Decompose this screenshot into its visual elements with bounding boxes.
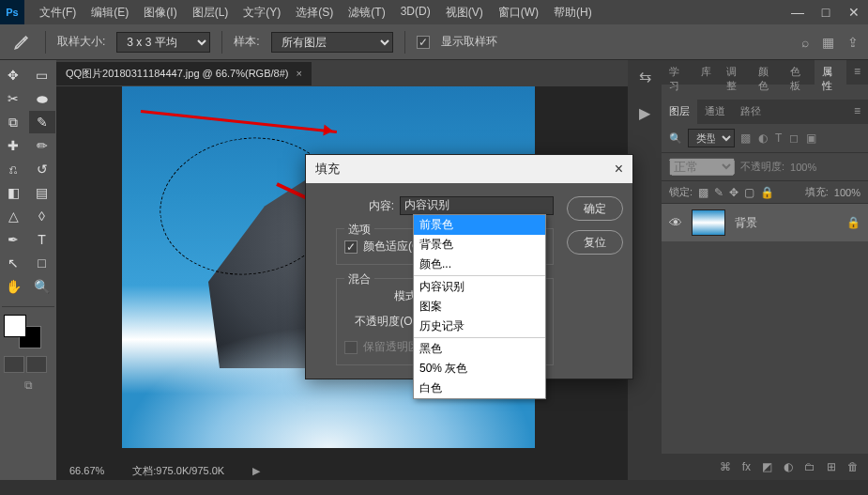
menu-3d[interactable]: 3D(D) [393,0,438,25]
filter-smart-icon[interactable]: ▣ [806,131,816,145]
layer-row-background[interactable]: 👁 背景 🔒 [662,204,868,241]
foreground-color[interactable] [4,315,26,337]
show-ring-checkbox[interactable]: ✓ [417,36,430,49]
lock-position-icon[interactable]: ✎ [714,186,723,199]
menu-filter[interactable]: 滤镜(T) [341,0,392,25]
menu-file[interactable]: 文件(F) [32,0,84,25]
blur-tool[interactable]: △ [0,205,26,227]
lasso-tool[interactable]: ✂ [0,87,26,110]
history-brush-tool[interactable]: ↺ [29,158,55,180]
hand-tool[interactable]: ✋ [0,275,26,298]
ok-button[interactable]: 确定 [567,196,623,221]
document-tab[interactable]: QQ图片20180311184447.jpg @ 66.7%(RGB/8#) × [56,62,312,85]
type-tool[interactable]: T [29,228,55,251]
brush-tool[interactable]: ✏ [29,134,55,157]
shape-tool[interactable]: □ [29,252,55,274]
dialog-titlebar[interactable]: 填充 × [306,155,632,183]
lock-move-icon[interactable]: ✥ [729,186,739,199]
eraser-tool[interactable]: ◧ [0,181,26,204]
path-tool[interactable]: ↖ [0,252,26,274]
panel-icon[interactable]: ▶ [639,104,650,122]
dropdown-item-gray[interactable]: 50% 灰色 [414,359,545,379]
search-icon[interactable]: 🔍 [669,132,682,145]
color-swatches[interactable] [4,315,41,348]
dropdown-item-history[interactable]: 历史记录 [414,317,545,336]
dropdown-item-pattern[interactable]: 图案 [414,297,545,317]
heal-tool[interactable]: ✚ [0,134,26,157]
blend-mode-select[interactable]: 正常 [669,158,735,176]
tab-adjust[interactable]: 调整 [719,60,751,85]
quick-mask-toggle[interactable] [4,356,53,373]
menu-type[interactable]: 文字(Y) [236,0,288,25]
tab-paths[interactable]: 路径 [733,100,769,124]
filter-adjust-icon[interactable]: ◐ [758,131,768,145]
share-icon[interactable]: ⇪ [847,35,859,50]
color-adapt-checkbox[interactable]: ✓ [344,240,358,254]
menu-window[interactable]: 窗口(W) [491,0,546,25]
menu-select[interactable]: 选择(S) [288,0,341,25]
lock-pixels-icon[interactable]: ▩ [698,186,708,199]
tab-layers[interactable]: 图层 [662,100,697,124]
lock-all-icon[interactable]: 🔒 [760,186,774,199]
lock-icon[interactable]: 🔒 [846,216,860,229]
content-select[interactable]: 内容识别 [400,196,554,215]
tab-swatches[interactable]: 色板 [783,60,815,85]
menu-layer[interactable]: 图层(L) [185,0,236,25]
preserve-trans-checkbox[interactable] [344,341,358,354]
adjustment-icon[interactable]: ◐ [784,460,793,473]
layer-panel-menu-icon[interactable]: ≡ [846,100,868,124]
dropdown-item-color[interactable]: 颜色... [414,255,545,274]
workspace-icon[interactable]: ▦ [822,35,834,50]
eyedropper-icon[interactable] [9,30,34,54]
reset-button[interactable]: 复位 [567,230,623,255]
sample-select[interactable]: 所有图层 [271,32,393,53]
layer-kind-select[interactable]: 类型 [688,129,735,147]
opacity-value[interactable]: 100% [790,162,816,173]
screen-mode-icon[interactable]: ⧉ [0,379,56,392]
expand-panels-icon[interactable]: ⇆ [639,68,651,85]
minimize-button[interactable]: — [784,0,812,24]
filter-shape-icon[interactable]: ◻ [789,131,799,145]
tab-properties[interactable]: 属性 [815,60,846,85]
sample-size-select[interactable]: 3 x 3 平均 [116,32,210,53]
filter-pixel-icon[interactable]: ▩ [740,131,751,145]
close-tab-icon[interactable]: × [296,68,301,79]
document-info[interactable]: 文档:975.0K/975.0K [132,464,224,478]
layer-thumbnail[interactable] [692,209,725,236]
gradient-tool[interactable]: ▤ [29,181,55,204]
zoom-tool[interactable]: 🔍 [29,275,55,298]
crop-tool[interactable]: ⧉ [0,111,26,133]
dialog-close-icon[interactable]: × [615,161,623,178]
link-layers-icon[interactable]: ⌘ [720,460,731,473]
filter-type-icon[interactable]: T [775,131,782,145]
menu-image[interactable]: 图像(I) [136,0,184,25]
menu-view[interactable]: 视图(V) [438,0,491,25]
maximize-button[interactable]: □ [812,0,840,24]
dropdown-item-black[interactable]: 黑色 [414,339,545,359]
zoom-level[interactable]: 66.67% [69,465,104,476]
menu-edit[interactable]: 编辑(E) [84,0,136,25]
group-icon[interactable]: 🗀 [804,460,815,473]
close-button[interactable]: ✕ [840,0,868,24]
lock-artboard-icon[interactable]: ▢ [744,186,754,199]
tab-libraries[interactable]: 库 [693,60,719,85]
dropdown-item-white[interactable]: 白色 [414,379,545,398]
stamp-tool[interactable]: ⎌ [0,158,26,180]
dropdown-item-background[interactable]: 背景色 [414,235,545,255]
eyedropper-tool[interactable]: ✎ [29,111,55,133]
pen-tool[interactable]: ✒ [0,228,26,251]
fx-icon[interactable]: fx [742,460,751,473]
status-arrow-icon[interactable]: ▶ [252,465,260,477]
fill-value[interactable]: 100% [834,187,860,198]
delete-layer-icon[interactable]: 🗑 [847,460,859,473]
visibility-toggle-icon[interactable]: 👁 [669,215,682,230]
new-layer-icon[interactable]: ⊞ [827,460,836,473]
mask-icon[interactable]: ◩ [762,460,772,473]
tab-color[interactable]: 颜色 [751,60,783,85]
tab-learn[interactable]: 学习 [662,60,693,85]
tab-channels[interactable]: 通道 [697,100,733,124]
dodge-tool[interactable]: ◊ [29,205,55,227]
panel-menu-icon[interactable]: ≡ [846,60,868,85]
marquee-tool[interactable]: ▭ [29,64,55,86]
dropdown-item-foreground[interactable]: 前景色 [414,215,545,235]
